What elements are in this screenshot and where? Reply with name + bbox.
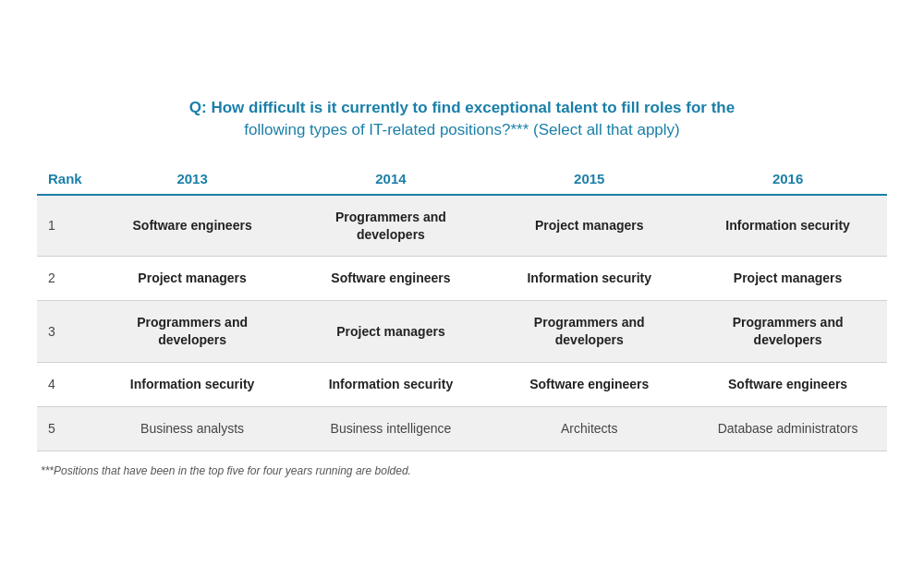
cell-y2015-row2: Information security [490, 257, 688, 301]
header-2015: 2015 [490, 163, 688, 195]
cell-rank-3: 3 [37, 301, 93, 363]
cell-y2016-row1: Information security [688, 195, 887, 257]
table-header-row: Rank 2013 2014 2015 2016 [37, 163, 887, 195]
cell-y2014-row2: Software engineers [292, 257, 491, 301]
table-row: 3Programmers and developersProject manag… [37, 301, 887, 363]
table-row: 1Software engineersProgrammers and devel… [37, 195, 887, 257]
cell-y2016-row5: Database administrators [688, 407, 887, 451]
cell-y2016-row3: Programmers and developers [688, 301, 887, 363]
cell-rank-1: 1 [37, 195, 93, 257]
cell-y2013-row4: Information security [93, 363, 292, 407]
header-2014: 2014 [292, 163, 491, 195]
title-line1: Q: How difficult is it currently to find… [189, 99, 735, 116]
cell-y2016-row2: Project managers [688, 257, 887, 301]
cell-y2013-row1: Software engineers [93, 195, 292, 257]
cell-y2015-row1: Project managers [490, 195, 688, 257]
table-row: 2Project managersSoftware engineersInfor… [37, 257, 887, 301]
cell-y2014-row5: Business intelligence [292, 407, 491, 451]
cell-y2013-row5: Business analysts [93, 407, 292, 451]
header-rank: Rank [37, 163, 93, 195]
footnote: ***Positions that have been in the top f… [37, 464, 887, 477]
header-2016: 2016 [688, 163, 887, 195]
cell-y2015-row3: Programmers and developers [490, 301, 688, 363]
header-2013: 2013 [93, 163, 292, 195]
page-container: Q: How difficult is it currently to find… [18, 69, 906, 496]
cell-rank-4: 4 [37, 363, 93, 407]
cell-y2016-row4: Software engineers [688, 363, 887, 407]
ranking-table: Rank 2013 2014 2015 2016 1Software engin… [37, 163, 887, 451]
cell-y2014-row1: Programmers and developers [292, 195, 491, 257]
cell-y2013-row2: Project managers [93, 257, 292, 301]
cell-y2014-row4: Information security [292, 363, 491, 407]
cell-y2013-row3: Programmers and developers [93, 301, 292, 363]
title-line2: following types of IT-related positions?… [244, 121, 680, 138]
cell-rank-2: 2 [37, 257, 93, 301]
cell-rank-5: 5 [37, 407, 93, 451]
cell-y2014-row3: Project managers [292, 301, 491, 363]
table-row: 4Information securityInformation securit… [37, 363, 887, 407]
cell-y2015-row4: Software engineers [490, 363, 688, 407]
table-row: 5Business analystsBusiness intelligenceA… [37, 407, 887, 451]
cell-y2015-row5: Architects [490, 407, 688, 451]
question-title: Q: How difficult is it currently to find… [37, 97, 887, 141]
